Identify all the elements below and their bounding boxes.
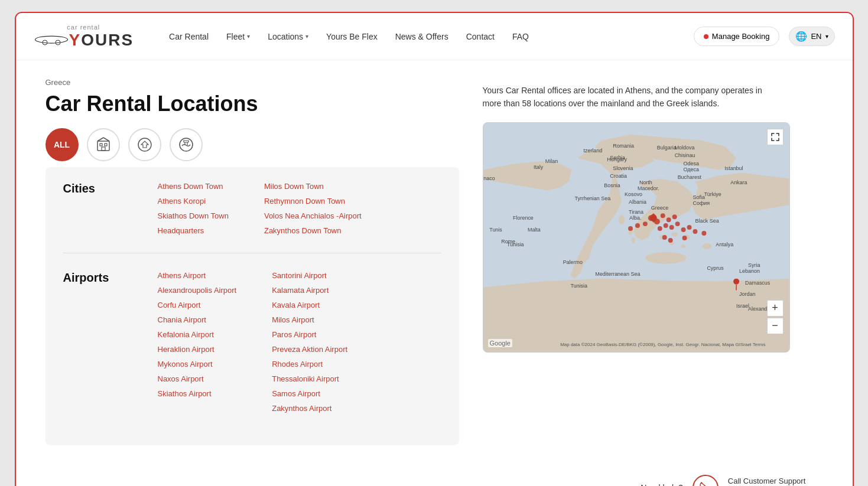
svg-point-33 [681, 227, 685, 232]
svg-point-9 [138, 138, 151, 151]
svg-text:Tunis: Tunis [489, 227, 502, 233]
fullscreen-icon [771, 133, 779, 141]
svg-point-14 [619, 215, 625, 224]
map-zoom-in[interactable]: + [767, 300, 784, 317]
svg-text:Bucharest: Bucharest [677, 174, 701, 180]
airport-samos[interactable]: Samos Airport [272, 389, 347, 398]
airport-kefalonia[interactable]: Kefalonia Airport [158, 330, 237, 339]
nav-yours-be-flex[interactable]: Yours Be Flex [326, 32, 378, 41]
nav-faq[interactable]: FAQ [512, 32, 529, 41]
svg-rect-5 [105, 143, 107, 146]
svg-point-34 [687, 225, 691, 230]
svg-point-40 [628, 226, 633, 231]
svg-point-24 [654, 218, 659, 224]
svg-point-13 [702, 243, 711, 249]
nav-car-rental[interactable]: Car Rental [169, 32, 209, 41]
language-label: EN [811, 32, 821, 41]
airport-kavala[interactable]: Kavala Airport [272, 301, 347, 309]
svg-text:Bosnia: Bosnia [604, 182, 620, 188]
map-container: Italy Greece Türkiye Romania Bulgaria No… [483, 122, 790, 353]
svg-text:Mediterranean Sea: Mediterranean Sea [595, 270, 640, 276]
breadcrumb: Greece [45, 78, 459, 87]
svg-text:Croatia: Croatia [610, 172, 627, 178]
svg-line-7 [97, 138, 103, 141]
phone-icon-circle [693, 475, 719, 486]
airport-corfu[interactable]: Corfu Airport [158, 301, 237, 309]
city-skiathos-downtown[interactable]: Skiathos Down Town [158, 211, 229, 220]
airport-heraklion[interactable]: Heraklion Airport [158, 345, 237, 354]
filter-city[interactable] [87, 128, 120, 161]
nav-right: Manage Booking 🌐 EN ▾ [694, 27, 835, 46]
svg-point-32 [675, 221, 680, 226]
svg-text:North: North [639, 180, 652, 185]
svg-text:Israel: Israel [736, 303, 749, 309]
city-rethymnon-downtown[interactable]: Rethymnon Down Town [264, 197, 362, 206]
filter-airport[interactable] [128, 128, 161, 161]
locations-grid: Cities Athens Down Town Athens Koropi Sk… [45, 167, 459, 445]
airport-skiathos[interactable]: Skiathos Airport [158, 389, 237, 398]
nav-contact[interactable]: Contact [466, 32, 495, 41]
svg-point-36 [701, 231, 706, 236]
airport-paros[interactable]: Paros Airport [272, 330, 347, 339]
airport-kalamata[interactable]: Kalamata Airport [272, 286, 347, 295]
svg-rect-6 [102, 147, 105, 151]
airport-chania[interactable]: Chania Airport [158, 315, 237, 324]
airport-santorini[interactable]: Santorini Airport [272, 271, 347, 280]
svg-text:Tunisia: Tunisia [570, 282, 587, 288]
svg-text:Istanbul: Istanbul [724, 165, 743, 171]
svg-point-28 [672, 214, 677, 219]
airport-mykonos[interactable]: Mykonos Airport [158, 360, 237, 368]
svg-text:Damascus: Damascus [745, 279, 771, 285]
airport-zakynthos[interactable]: Zakynthos Airport [272, 404, 347, 413]
svg-text:Macedor.: Macedor. [637, 185, 659, 191]
svg-point-31 [669, 225, 674, 230]
logo[interactable]: car rental YOURS [34, 24, 134, 50]
cities-col2: Milos Down Town Rethymnon Down Town Volo… [264, 182, 362, 235]
manage-booking-label: Manage Booking [712, 32, 770, 41]
filter-port[interactable] [170, 128, 203, 161]
airport-preveza[interactable]: Preveza Aktion Airport [272, 345, 347, 354]
main-content: Greece Car Rental Locations ALL [16, 60, 853, 486]
airport-thessaloniki[interactable]: Thessaloniki Airport [272, 374, 347, 383]
svg-rect-3 [97, 141, 109, 151]
city-headquarters[interactable]: Headquarters [158, 226, 229, 235]
svg-text:Milan: Milan [545, 158, 557, 164]
svg-point-29 [657, 226, 662, 231]
svg-point-19 [681, 244, 685, 248]
top-section: Greece Car Rental Locations ALL [45, 78, 823, 445]
svg-text:Ankara: Ankara [730, 180, 747, 185]
manage-booking-button[interactable]: Manage Booking [694, 27, 780, 46]
city-zakynthos-downtown[interactable]: Zakynthos Down Town [264, 226, 362, 235]
language-button[interactable]: 🌐 EN ▾ [789, 27, 834, 46]
navbar: car rental YOURS Car Rental Fleet ▾ Loca… [16, 13, 853, 60]
nav-fleet[interactable]: Fleet ▾ [226, 32, 250, 41]
city-milos-downtown[interactable]: Milos Down Town [264, 182, 362, 191]
svg-text:Kosovo: Kosovo [625, 191, 642, 197]
nav-news-offers[interactable]: News & Offers [395, 32, 448, 41]
nav-locations[interactable]: Locations ▾ [268, 32, 308, 41]
svg-text:Lebanon: Lebanon [739, 268, 760, 273]
filter-all[interactable]: ALL [45, 128, 79, 161]
map-fullscreen-button[interactable] [767, 129, 784, 145]
city-volos-nea-anchialos[interactable]: Volos Nea Anchialos -Airport [264, 211, 362, 220]
cities-columns: Athens Down Town Athens Koropi Skiathos … [158, 182, 441, 235]
airports-col1: Athens Airport Alexandroupolis Airport C… [158, 271, 237, 413]
map-zoom-out[interactable]: − [767, 318, 784, 334]
airport-milos[interactable]: Milos Airport [272, 315, 347, 324]
left-section: Greece Car Rental Locations ALL [45, 78, 459, 445]
logo-car-icon [34, 31, 69, 49]
call-label: Call Customer Support [728, 477, 817, 485]
svg-point-41 [635, 223, 640, 228]
filter-buttons: ALL [45, 128, 459, 161]
airport-athens[interactable]: Athens Airport [158, 271, 237, 280]
manage-dot [704, 34, 708, 39]
svg-text:Tirana: Tirana [629, 209, 643, 215]
svg-point-23 [648, 215, 654, 221]
svg-text:Black Sea: Black Sea [695, 218, 719, 224]
city-athens-downtown[interactable]: Athens Down Town [158, 182, 229, 191]
airport-alexandroupolis[interactable]: Alexandroupolis Airport [158, 286, 237, 295]
city-athens-koropi[interactable]: Athens Koropi [158, 197, 229, 206]
airport-rhodes[interactable]: Rhodes Airport [272, 360, 347, 368]
svg-text:Italy: Italy [533, 164, 543, 169]
airport-naxos[interactable]: Naxos Airport [158, 374, 237, 383]
